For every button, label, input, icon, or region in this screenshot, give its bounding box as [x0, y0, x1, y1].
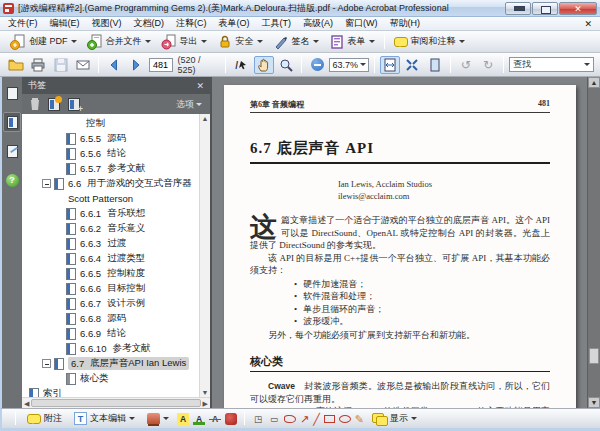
menu-tools[interactable]: 工具(T)	[256, 17, 298, 30]
actual-size-button[interactable]	[402, 56, 422, 74]
bookmark-item[interactable]: 6.6.9结论	[24, 326, 199, 341]
forms-button[interactable]: 表单	[325, 32, 379, 52]
export-button[interactable]: 导出	[157, 32, 211, 52]
email-button[interactable]	[73, 56, 93, 74]
bookmark-item[interactable]: 6.5.7参考文献	[24, 161, 199, 176]
rotate-right-button[interactable]: ↻	[478, 56, 498, 74]
chevron-down-icon	[360, 63, 366, 69]
zoom-marquee-button[interactable]	[276, 56, 296, 74]
fit-width-button[interactable]	[380, 56, 400, 74]
menu-advanced[interactable]: 高级(A)	[297, 17, 339, 30]
scroll-down-icon[interactable]: ▼	[588, 397, 600, 408]
menu-file[interactable]: 文件(F)	[2, 17, 44, 30]
menu-edit[interactable]: 编辑(E)	[44, 17, 86, 30]
callout-tool-icon[interactable]: ◳	[252, 413, 264, 425]
scroll-up-icon[interactable]: ▲	[202, 114, 209, 123]
scroll-right-icon[interactable]: ▶	[203, 399, 208, 408]
rotate-left-button[interactable]: ↺	[456, 56, 476, 74]
menu-forms[interactable]: 表单(O)	[213, 17, 256, 30]
attach-file-icon[interactable]	[225, 413, 237, 425]
bookmark-item[interactable]: 6.6.6目标控制	[24, 281, 199, 296]
menu-view[interactable]: 视图(V)	[86, 17, 128, 30]
fit-page-button[interactable]	[424, 56, 444, 74]
hand-tool-button[interactable]	[254, 56, 274, 74]
bookmark-item[interactable]: 核心类	[24, 371, 199, 386]
bookmark-item-continuation[interactable]: Scott Patterson	[24, 191, 199, 206]
collapse-icon[interactable]	[42, 359, 51, 368]
tree-horizontal-scrollbar[interactable]: ◀ ▶	[22, 397, 210, 408]
scroll-left-icon[interactable]: ◀	[24, 399, 29, 408]
zoom-out-button[interactable]	[307, 56, 327, 74]
options-menu[interactable]: 选项	[176, 98, 202, 111]
cross-out-text-icon[interactable]: A	[209, 413, 221, 425]
cloud-tool-icon[interactable]	[284, 415, 296, 423]
tab-comments[interactable]	[3, 141, 21, 161]
text-box-tool-icon[interactable]: ▭	[268, 413, 280, 425]
find-input[interactable]	[513, 60, 583, 70]
tree-vertical-scrollbar[interactable]: ▲ ▼	[199, 114, 210, 397]
close-document-icon[interactable]: ✕	[584, 19, 592, 29]
secure-button[interactable]: 安全	[213, 32, 267, 52]
previous-page-button[interactable]	[104, 56, 124, 74]
close-button[interactable]	[559, 2, 597, 15]
menu-help[interactable]: 帮助(H)	[384, 17, 427, 30]
scrollbar-track[interactable]	[588, 88, 600, 397]
zoom-level-combo[interactable]: 63.7%	[329, 58, 369, 72]
create-pdf-button[interactable]: 创建 PDF	[6, 32, 81, 52]
sticky-note-button[interactable]: 附注	[23, 410, 66, 427]
tab-bookmarks[interactable]	[3, 112, 21, 132]
bookmark-item[interactable]: 6.6.8源码	[24, 311, 199, 326]
menu-comments[interactable]: 注释(C)	[170, 17, 213, 30]
text-edits-button[interactable]: T 文本编辑	[70, 410, 139, 427]
scroll-down-icon[interactable]: ▼	[202, 388, 209, 397]
page-number-input[interactable]	[149, 58, 173, 72]
combine-files-button[interactable]: 合并文件	[83, 32, 155, 52]
pencil-tool-icon[interactable]: ✎	[355, 413, 364, 425]
find-combo[interactable]	[509, 57, 594, 72]
bookmark-item[interactable]: 6.6.3过渡	[24, 236, 199, 251]
bookmark-item[interactable]: 索引	[24, 386, 199, 397]
bookmark-item[interactable]: 6.6.10参考文献	[24, 341, 199, 356]
scroll-up-icon[interactable]: ▲	[588, 77, 600, 88]
bookmark-item[interactable]: 6.6用于游戏的交互式音序器	[24, 176, 199, 191]
open-file-button[interactable]	[6, 56, 26, 74]
arrow-tool-icon[interactable]: ↗	[300, 413, 309, 425]
tab-how-to[interactable]: ?	[3, 170, 21, 190]
review-comment-button[interactable]: 审阅和注释	[390, 33, 469, 50]
highlight-text-icon[interactable]: A	[177, 413, 189, 425]
collapse-icon[interactable]	[42, 179, 51, 188]
menu-document[interactable]: 文档(D)	[128, 17, 171, 30]
rectangle-tool-icon[interactable]	[324, 415, 335, 423]
save-button[interactable]	[51, 56, 71, 74]
sign-button[interactable]: 签名	[269, 32, 323, 52]
print-button[interactable]	[28, 56, 48, 74]
delete-bookmark-icon[interactable]	[30, 98, 40, 110]
select-tool-button[interactable]: I	[231, 56, 251, 74]
line-tool-icon[interactable]: ╱	[313, 413, 320, 425]
bookmark-item-selected[interactable]: 6.7底层声音API Ian Lewis	[24, 356, 199, 371]
bookmark-item[interactable]: 6.6.5控制粒度	[24, 266, 199, 281]
show-menu-button[interactable]: 显示	[368, 410, 421, 427]
next-page-button[interactable]	[126, 56, 146, 74]
scrollbar-thumb[interactable]	[589, 348, 599, 364]
stamp-button[interactable]	[143, 411, 173, 426]
document-vertical-scrollbar[interactable]: ▲ ▼	[587, 77, 600, 408]
bookmark-item[interactable]: 6.5.5源码	[24, 131, 199, 146]
menu-window[interactable]: 窗口(W)	[339, 17, 384, 30]
bookmark-item[interactable]: 6.6.4过渡类型	[24, 251, 199, 266]
bookmark-item[interactable]: 6.6.1音乐联想	[24, 206, 199, 221]
rotate-left-icon: ↺	[461, 59, 471, 71]
minimize-button[interactable]	[505, 2, 531, 15]
expand-current-bookmark-icon[interactable]	[48, 98, 60, 111]
scrollbar-thumb[interactable]	[31, 399, 200, 407]
new-bookmark-icon[interactable]	[68, 98, 80, 111]
bookmark-item[interactable]: 6.6.2音乐意义	[24, 221, 199, 236]
close-panel-icon[interactable]: ✕	[196, 81, 204, 91]
bookmark-item[interactable]: 6.5.6结论	[24, 146, 199, 161]
bookmark-item[interactable]: 控制	[24, 116, 199, 131]
tab-pages[interactable]	[3, 83, 21, 103]
restore-button[interactable]	[532, 2, 558, 15]
bookmark-item[interactable]: 6.6.7设计示例	[24, 296, 199, 311]
underline-text-icon[interactable]: A	[193, 413, 205, 425]
oval-tool-icon[interactable]	[339, 415, 351, 423]
